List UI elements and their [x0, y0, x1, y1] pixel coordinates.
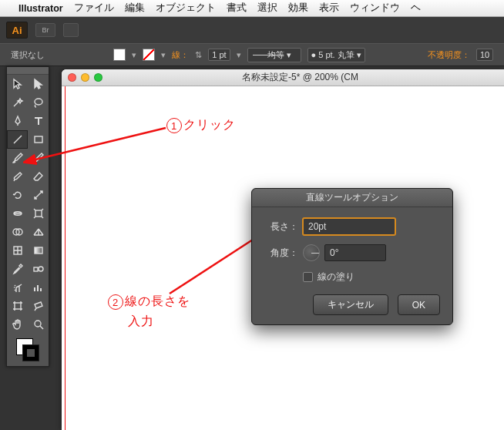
svg-rect-8	[15, 303, 21, 309]
stroke-label[interactable]: 線：	[172, 49, 189, 61]
document-title: 名称未設定-5* @ 200% (CM	[102, 71, 498, 84]
toolbox-grip[interactable]	[7, 67, 49, 75]
fill-swatch[interactable]	[113, 49, 126, 61]
menu-item[interactable]: オブジェクト	[156, 2, 216, 15]
line-tool-options-dialog: 直線ツールオプション 長さ： 角度： 線の塗り キャンセル OK	[251, 188, 453, 325]
document-titlebar[interactable]: 名称未設定-5* @ 200% (CM	[62, 69, 504, 86]
stroke-color[interactable]	[22, 344, 39, 361]
svg-rect-6	[34, 267, 38, 271]
tool-blend[interactable]	[28, 260, 49, 278]
fill-line-label: 線の塗り	[318, 270, 354, 284]
tool-symbol-sprayer[interactable]	[7, 278, 28, 297]
tool-column-graph[interactable]	[28, 278, 49, 297]
tool-paintbrush[interactable]	[7, 149, 28, 167]
tool-direct-selection[interactable]	[28, 75, 49, 93]
svg-rect-1	[35, 210, 42, 217]
angle-dial[interactable]	[303, 244, 320, 261]
profile-dropdown[interactable]: 均等 ▾	[247, 48, 301, 62]
menu-item[interactable]: 効果	[288, 2, 308, 15]
toolbox	[6, 66, 49, 367]
selection-status: 選択なし	[11, 49, 45, 61]
artboard-edge	[62, 86, 65, 430]
svg-point-7	[39, 267, 43, 271]
menu-item[interactable]: 編集	[125, 2, 145, 15]
annotation-2: 2線の長さを 入力	[108, 291, 190, 331]
tool-rotate[interactable]	[7, 186, 28, 204]
tool-line-segment[interactable]	[7, 130, 28, 149]
mac-menubar: Illustrator ファイル 編集 オブジェクト 書式 選択 効果 表示 ウ…	[0, 0, 504, 17]
chevron-down-icon[interactable]: ▾	[132, 50, 136, 60]
tool-eraser[interactable]	[28, 167, 49, 186]
ai-logo: Ai	[6, 22, 28, 39]
stroke-weight-field[interactable]: 1 pt	[208, 49, 230, 61]
menu-app[interactable]: Illustrator	[18, 3, 63, 14]
menu-item[interactable]: 書式	[227, 2, 247, 15]
tool-gradient[interactable]	[28, 241, 49, 260]
bridge-button[interactable]: Br	[35, 23, 55, 37]
tool-eyedropper[interactable]	[7, 260, 28, 278]
brush-dropdown[interactable]: ● 5 pt. 丸筆 ▾	[307, 48, 365, 62]
cancel-button[interactable]: キャンセル	[313, 294, 388, 315]
fill-stroke-control[interactable]	[7, 334, 49, 366]
tool-shape-builder[interactable]	[7, 223, 28, 241]
tool-magic-wand[interactable]	[7, 93, 28, 112]
annotation-1: 1クリック	[166, 117, 236, 133]
angle-input[interactable]	[324, 244, 386, 261]
tool-mesh[interactable]	[7, 241, 28, 260]
minimize-icon[interactable]	[81, 73, 89, 82]
tool-blob-brush[interactable]	[7, 167, 28, 186]
app-toolbar: Ai Br	[0, 17, 504, 43]
tool-zoom[interactable]	[28, 315, 49, 334]
menu-item[interactable]: ウィンドウ	[350, 2, 400, 15]
tool-hand[interactable]	[7, 315, 28, 334]
tool-scale[interactable]	[28, 186, 49, 204]
checkbox-icon[interactable]	[303, 272, 313, 282]
stepper-icon[interactable]: ⇅	[195, 50, 202, 60]
tool-perspective-grid[interactable]	[28, 223, 49, 241]
tool-pencil[interactable]	[28, 149, 49, 167]
tool-slice[interactable]	[28, 297, 49, 315]
tool-lasso[interactable]	[28, 93, 49, 112]
tool-free-transform[interactable]	[28, 204, 49, 223]
chevron-down-icon[interactable]: ▾	[161, 50, 166, 60]
tool-type[interactable]	[28, 112, 49, 130]
workspace: 名称未設定-5* @ 200% (CM 1クリック 2線の長さを 入力 直線ツー…	[0, 66, 504, 430]
tool-artboard[interactable]	[7, 297, 28, 315]
svg-point-9	[35, 321, 41, 327]
control-bar: 選択なし ▾ ▾ 線： ⇅ 1 pt ▾ 均等 ▾ ● 5 pt. 丸筆 ▾ 不…	[0, 43, 504, 66]
menu-item[interactable]: 表示	[319, 2, 339, 15]
arrange-docs-button[interactable]	[63, 23, 79, 37]
tool-selection[interactable]	[7, 75, 28, 93]
stroke-swatch[interactable]	[143, 49, 155, 61]
chevron-down-icon[interactable]: ▾	[237, 50, 241, 60]
tool-rectangle[interactable]	[28, 130, 49, 149]
svg-rect-5	[35, 247, 42, 254]
zoom-icon[interactable]	[94, 73, 102, 82]
fill-line-checkbox[interactable]: 線の塗り	[303, 270, 440, 284]
menu-item[interactable]: ヘ	[411, 2, 421, 15]
tool-pen[interactable]	[7, 112, 28, 130]
ok-button[interactable]: OK	[398, 294, 440, 315]
svg-rect-0	[35, 136, 42, 143]
close-icon[interactable]	[68, 73, 76, 82]
menu-item[interactable]: 選択	[257, 2, 277, 15]
menu-item[interactable]: ファイル	[74, 2, 114, 15]
angle-label: 角度：	[264, 247, 298, 260]
opacity-label[interactable]: 不透明度：	[428, 49, 470, 61]
opacity-field[interactable]: 10	[476, 49, 493, 61]
length-input[interactable]	[303, 218, 395, 235]
tool-width[interactable]	[7, 204, 28, 223]
length-label: 長さ：	[264, 220, 298, 233]
dialog-title[interactable]: 直線ツールオプション	[252, 189, 452, 207]
